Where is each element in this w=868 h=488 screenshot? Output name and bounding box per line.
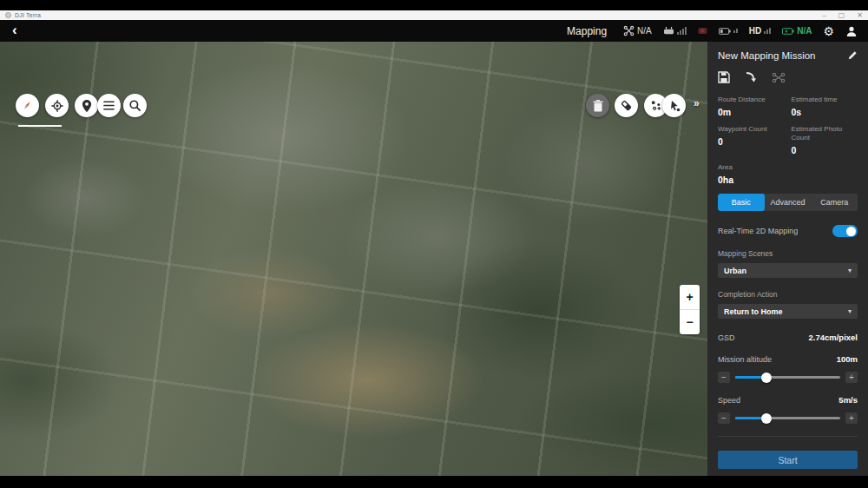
completion-action-label: Completion Action <box>718 290 858 299</box>
altitude-increase-button[interactable]: + <box>845 372 858 383</box>
stat-label: Estimated Photo Count <box>792 125 858 142</box>
list-icon <box>102 100 115 111</box>
altitude-slider-track[interactable] <box>735 376 840 379</box>
app-icon <box>5 12 11 18</box>
mission-panel: New Mapping Mission <box>707 42 868 476</box>
chevron-down-icon: ▾ <box>848 267 852 274</box>
altitude-decrease-button[interactable]: − <box>718 372 730 383</box>
mission-title: New Mapping Mission <box>718 50 816 61</box>
completion-action-select[interactable]: Return to Home ▾ <box>718 304 858 319</box>
zoom-control: + − <box>680 285 700 334</box>
save-mission-icon[interactable] <box>718 71 730 83</box>
stat-estimated-time: Estimated time 0s <box>792 96 858 117</box>
app-window: DJI Terra – ▢ ✕ ‹ Mapping N/A <box>0 0 868 488</box>
gps-status: N/A <box>623 25 652 36</box>
waypoints-icon <box>649 99 662 112</box>
tab-basic[interactable]: Basic <box>718 194 765 211</box>
drone-icon <box>623 25 635 36</box>
crosshair-icon <box>50 99 64 113</box>
rc-battery-status <box>719 27 738 36</box>
stat-label: Estimated time <box>792 96 858 104</box>
altitude-slider: − + <box>718 372 858 383</box>
page-title: Mapping <box>567 25 607 37</box>
compass-button[interactable] <box>16 94 39 117</box>
altitude-slider-handle[interactable] <box>761 373 772 383</box>
stat-label: Route Distance <box>718 96 785 104</box>
zoom-out-button[interactable]: − <box>680 310 700 334</box>
app-title: DJI Terra <box>15 12 41 18</box>
realtime-2d-toggle[interactable] <box>832 225 858 237</box>
mapping-scenes-select[interactable]: Urban ▾ <box>718 263 858 278</box>
compass-icon <box>20 98 35 113</box>
aircraft-battery-value: N/A <box>797 26 812 36</box>
select-tool-button[interactable] <box>662 94 686 117</box>
stat-value: 0m <box>718 107 785 117</box>
maximize-button[interactable]: ▢ <box>838 12 845 19</box>
stat-waypoint-count: Waypoint Count 0 <box>718 125 785 155</box>
altitude-label: Mission altitude <box>718 355 772 364</box>
aircraft-battery-status: N/A <box>782 26 812 36</box>
stat-route-distance: Route Distance 0m <box>718 96 785 117</box>
delete-route-button[interactable] <box>586 94 609 117</box>
layers-list-button[interactable] <box>97 94 121 117</box>
speed-slider-handle[interactable] <box>761 413 772 424</box>
completion-action-value: Return to Home <box>724 307 783 316</box>
edit-pencil-icon[interactable] <box>847 50 858 61</box>
camera-record-status <box>698 27 707 35</box>
mission-stats: Route Distance 0m Estimated time 0s Wayp… <box>718 96 858 185</box>
gsd-label: GSD <box>718 333 735 342</box>
map-pin-button[interactable] <box>75 94 98 117</box>
stat-estimated-photo-count: Estimated Photo Count 0 <box>792 125 858 155</box>
user-account-icon[interactable] <box>845 25 858 37</box>
stat-value: 0 <box>718 136 785 147</box>
stat-value: 0 <box>792 145 858 155</box>
stat-label: Waypoint Count <box>718 125 785 134</box>
satellite-map[interactable]: » + − Distance N/A Altitude N/A Speed N/… <box>0 42 707 476</box>
stat-value: 0s <box>792 107 858 117</box>
speed-increase-button[interactable]: + <box>845 412 858 424</box>
close-button[interactable]: ✕ <box>857 12 863 19</box>
panel-divider <box>718 436 858 437</box>
settings-tabs: Basic Advanced Camera <box>718 194 858 211</box>
trash-icon <box>593 100 603 112</box>
altitude-value: 100m <box>837 354 858 364</box>
minimize-button[interactable]: – <box>822 12 825 19</box>
stat-label: Area <box>718 163 785 172</box>
search-icon <box>128 99 141 112</box>
aircraft-battery-icon <box>782 27 794 36</box>
zoom-in-button[interactable]: + <box>680 285 700 310</box>
rc-signal-bars-icon <box>677 27 687 35</box>
locate-me-button[interactable] <box>45 94 69 117</box>
speed-decrease-button[interactable]: − <box>718 412 730 424</box>
import-route-icon[interactable] <box>745 71 757 83</box>
battery-icon <box>719 27 731 36</box>
hd-label: HD <box>749 26 761 36</box>
stat-area: Area 0ha <box>718 163 785 185</box>
tab-advanced[interactable]: Advanced <box>765 194 812 211</box>
mapping-scenes-value: Urban <box>724 267 746 275</box>
map-scale-bar <box>18 125 62 127</box>
more-tools-chevron[interactable]: » <box>694 97 700 109</box>
speed-slider-track[interactable] <box>735 417 840 419</box>
gsd-value: 2.74cm/pixel <box>808 333 858 342</box>
map-pin-icon <box>81 99 93 113</box>
os-titlebar: DJI Terra – ▢ ✕ <box>0 10 868 20</box>
speed-value: 5m/s <box>838 395 858 405</box>
record-camera-icon <box>698 27 707 35</box>
rc-signal-status <box>663 26 687 36</box>
settings-gear-icon[interactable]: ⚙ <box>823 25 834 37</box>
search-button[interactable] <box>123 94 147 117</box>
hd-signal-status: HD <box>749 26 771 36</box>
start-button[interactable]: Start <box>718 451 858 469</box>
mapping-scenes-label: Mapping Scenes <box>718 249 858 258</box>
tab-camera[interactable]: Camera <box>811 194 858 211</box>
speed-label: Speed <box>718 396 740 405</box>
eraser-icon <box>620 99 633 112</box>
eraser-button[interactable] <box>615 94 638 117</box>
realtime-2d-label: Real-Time 2D Mapping <box>718 227 798 235</box>
back-button[interactable]: ‹ <box>10 22 24 41</box>
battery-bars-icon <box>733 29 738 33</box>
export-to-aircraft-icon[interactable] <box>772 72 786 83</box>
chevron-down-icon: ▾ <box>848 307 852 315</box>
top-navbar: ‹ Mapping N/A <box>0 20 868 42</box>
